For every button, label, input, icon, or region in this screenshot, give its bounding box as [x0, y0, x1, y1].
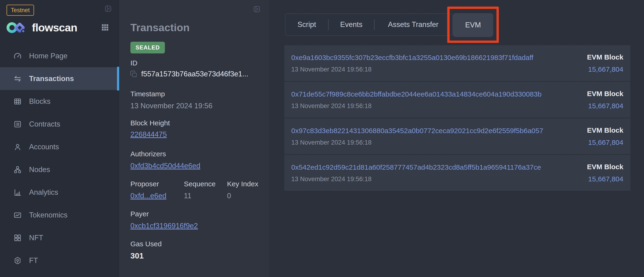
person-icon — [13, 142, 22, 151]
sidebar-nav: Home Page Transactions Blocks — [0, 44, 119, 272]
block-height-link[interactable]: 226844475 — [130, 130, 167, 139]
timestamp-value: 13 November 2024 19:56 — [130, 102, 212, 110]
evm-block-number-link[interactable]: 15,667,804 — [588, 138, 623, 146]
copy-icon — [130, 70, 138, 78]
line-chart-icon — [13, 211, 22, 220]
evm-transaction-row: 0x71de55c7f989c8ce6bb2bffabdbe2044ee6a01… — [284, 82, 630, 118]
sidebar-item-nodes[interactable]: Nodes — [0, 158, 119, 181]
sidebar: Testnet — [0, 0, 119, 277]
transaction-detail-panel: Transaction SEALED ID f557a1573b76aa53e7… — [119, 0, 269, 277]
evm-tx-timestamp: 13 November 2024 19:56:18 — [291, 66, 372, 73]
sidebar-item-label: Nodes — [29, 165, 50, 174]
sequence-label: Sequence — [184, 180, 216, 188]
main-content: Script Events Assets Transfer EVM 0xe9a1… — [269, 0, 644, 277]
tab-script[interactable]: Script — [286, 20, 328, 29]
sidebar-item-label: Accounts — [29, 143, 59, 151]
transaction-id-value: f557a1573b76aa53e73d46f3e1... — [141, 70, 248, 78]
evm-block-label: EVM Block — [587, 163, 623, 171]
authorizer-address-link[interactable]: 0xfd3b4cd50d44e6ed — [130, 162, 200, 170]
tab-events[interactable]: Events — [328, 20, 374, 29]
evm-block-number-link[interactable]: 15,667,804 — [588, 102, 623, 110]
evm-tx-timestamp: 13 November 2024 19:56:18 — [291, 139, 372, 146]
apps-menu-button[interactable] — [101, 23, 109, 32]
block-height-label: Block Height — [130, 119, 170, 127]
sidebar-item-label: Tokenomics — [29, 211, 68, 219]
flowscan-logo — [6, 20, 27, 35]
sidebar-item-label: Transactions — [29, 74, 74, 83]
tab-evm[interactable]: EVM — [453, 13, 493, 37]
sidebar-item-accounts[interactable]: Accounts — [0, 135, 119, 158]
sidebar-item-blocks[interactable]: Blocks — [0, 90, 119, 113]
page-title: Transaction — [130, 21, 190, 34]
proposer-address-link[interactable]: 0xfd...e6ed — [130, 192, 166, 200]
speedometer-icon — [13, 51, 22, 60]
gas-used-label: Gas Used — [130, 240, 162, 248]
evm-tx-hash-link[interactable]: 0x542ed1c92d59c21d81a60f258777457ad4b232… — [291, 163, 541, 171]
transaction-id-row: f557a1573b76aa53e73d46f3e1... — [130, 70, 248, 78]
sidebar-item-tokenomics[interactable]: Tokenomics — [0, 204, 119, 226]
sidebar-item-home-page[interactable]: Home Page — [0, 44, 119, 67]
id-label: ID — [130, 59, 138, 67]
brand-name: flowscan — [32, 21, 77, 34]
evm-transaction-row: 0x542ed1c92d59c21d81a60f258777457ad4b232… — [284, 155, 630, 191]
sidebar-item-label: NFT — [29, 234, 43, 242]
table-grid-icon — [13, 97, 22, 106]
sidebar-item-ft[interactable]: FT — [0, 249, 119, 272]
sidebar-item-label: FT — [29, 256, 38, 265]
evm-tx-hash-link[interactable]: 0x97c83d3eb8221431306880a35452a0b0772cec… — [291, 127, 543, 135]
token-cube-icon — [13, 256, 22, 265]
copy-button[interactable] — [130, 70, 138, 78]
sequence-value: 11 — [184, 192, 191, 200]
sidebar-item-label: Contracts — [29, 120, 60, 128]
tab-bar: Script Events Assets Transfer — [285, 13, 453, 36]
key-index-label: Key Index — [227, 180, 258, 188]
evm-block-label: EVM Block — [587, 53, 623, 61]
hierarchy-icon — [13, 165, 22, 174]
sidebar-item-contracts[interactable]: Contracts — [0, 113, 119, 135]
evm-transaction-row: 0x97c83d3eb8221431306880a35452a0b0772cec… — [284, 118, 630, 154]
status-badge: SEALED — [130, 42, 165, 53]
evm-block-number-link[interactable]: 15,667,804 — [588, 65, 623, 73]
evm-block-number-link[interactable]: 15,667,804 — [588, 175, 623, 183]
payer-address-link[interactable]: 0xcb1cf3196916f9e2 — [130, 222, 198, 230]
evm-transaction-row: 0xe9a1603bc9355fc307b23eccfb3bfc1a3255a0… — [284, 45, 630, 81]
evm-tx-hash-link[interactable]: 0xe9a1603bc9355fc307b23eccfb3bfc1a3255a0… — [291, 54, 533, 62]
evm-transactions-list: 0xe9a1603bc9355fc307b23eccfb3bfc1a3255a0… — [284, 45, 630, 192]
flowscan-app: Testnet — [0, 0, 644, 277]
collapse-panel-icon — [104, 5, 112, 13]
payer-label: Payer — [130, 210, 149, 218]
collapse-panel-icon — [253, 5, 261, 13]
sidebar-item-nft[interactable]: NFT — [0, 226, 119, 249]
bar-chart-icon — [13, 188, 22, 197]
evm-tx-timestamp: 13 November 2024 19:56:18 — [291, 102, 372, 110]
key-index-value: 0 — [227, 192, 231, 200]
sidebar-item-label: Analytics — [29, 188, 58, 197]
document-list-icon — [13, 120, 22, 129]
evm-block-label: EVM Block — [587, 90, 623, 98]
apps-grid-icon — [101, 23, 109, 32]
tab-assets-transfer[interactable]: Assets Transfer — [374, 20, 452, 29]
collapse-detail-panel-button[interactable] — [253, 5, 261, 13]
authorizers-label: Authorizers — [130, 150, 166, 158]
sidebar-item-transactions[interactable]: Transactions — [0, 67, 119, 90]
swap-arrows-icon — [13, 74, 22, 83]
evm-block-label: EVM Block — [587, 126, 623, 134]
network-badge: Testnet — [6, 5, 34, 16]
proposer-label: Proposer — [130, 180, 159, 188]
evm-tx-hash-link[interactable]: 0x71de55c7f989c8ce6bb2bffabdbe2044ee6a01… — [291, 90, 542, 98]
sidebar-item-label: Home Page — [29, 52, 68, 60]
timestamp-label: Timestamp — [130, 90, 165, 98]
sidebar-item-analytics[interactable]: Analytics — [0, 181, 119, 204]
four-squares-icon — [13, 233, 22, 242]
collapse-sidebar-button[interactable] — [104, 5, 112, 13]
evm-tx-timestamp: 13 November 2024 19:56:18 — [291, 176, 372, 183]
gas-used-value: 301 — [130, 251, 144, 260]
sidebar-item-label: Blocks — [29, 97, 50, 106]
